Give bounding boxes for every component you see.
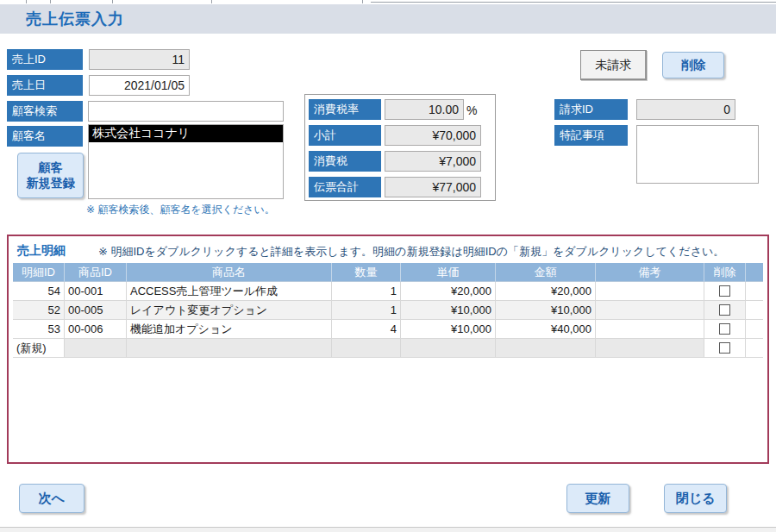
cell-detail-id-new[interactable]: (新規) [13,339,65,358]
sales-detail-note: ※ 明細IDをダブルクリックすると詳細を表示します。明細の新規登録は明細IDの「… [98,244,724,260]
sales-slip-entry-window: 売上伝票入力 売上ID 11 売上日 2021/01/05 顧客検索 顧客名 株… [0,0,776,532]
sales-date-field[interactable]: 2021/01/05 [89,75,190,96]
cell-gutter [746,320,763,339]
cell-unit-price [401,339,496,358]
cell-detail-id[interactable]: 54 [13,282,65,301]
sales-id-label: 売上ID [7,49,83,70]
subtotal-field: ¥70,000 [385,125,481,146]
close-button[interactable]: 閉じる [664,484,727,513]
col-header-product-id: 商品ID [65,263,127,282]
cell-unit-price[interactable]: ¥10,000 [401,320,496,339]
cell-amount[interactable]: ¥40,000 [496,320,596,339]
sales-detail-title: 売上明細 [17,243,66,259]
delete-checkbox[interactable] [719,304,730,316]
cell-product-id[interactable]: 00-001 [65,282,127,301]
special-notes-textarea[interactable] [636,125,759,184]
cell-remarks[interactable] [596,320,704,339]
sales-detail-table: 明細ID 商品ID 商品名 数量 単価 金額 備考 削除 54 00-001 A… [13,263,763,358]
cell-product-id[interactable]: 00-005 [65,301,127,320]
invoice-id-field: 0 [636,99,735,120]
cell-qty [332,339,401,358]
col-header-product-name: 商品名 [127,263,332,282]
cell-gutter [746,301,763,320]
cell-gutter [746,282,763,301]
cell-unit-price[interactable]: ¥10,000 [401,301,496,320]
cell-detail-id[interactable]: 53 [13,320,65,339]
tax-amount-field: ¥7,000 [385,151,481,172]
cell-amount [496,339,596,358]
subtotal-label: 小計 [309,125,381,146]
col-header-gutter [746,263,763,282]
invoice-id-label: 請求ID [554,99,628,120]
delete-button[interactable]: 削除 [662,52,724,78]
cell-product-name[interactable]: 機能追加オプション [127,320,332,339]
customer-search-label: 顧客検索 [7,101,83,122]
col-header-remarks: 備考 [596,263,704,282]
cell-remarks[interactable] [596,282,704,301]
cell-delete [704,339,746,358]
cell-delete [704,301,746,320]
cell-amount[interactable]: ¥10,000 [496,301,596,320]
cell-remarks[interactable] [596,301,704,320]
customer-name-label: 顧客名 [7,126,83,147]
delete-checkbox[interactable] [719,323,730,335]
delete-checkbox[interactable] [719,285,730,297]
customer-name-selected-item[interactable]: 株式会社ココナリ [89,125,283,142]
cell-product-name [127,339,332,358]
update-button[interactable]: 更新 [566,484,629,513]
col-header-detail-id: 明細ID [13,263,65,282]
sales-date-label: 売上日 [7,75,83,96]
cell-qty[interactable]: 4 [332,320,401,339]
tax-rate-unit: % [466,103,477,117]
title-bar: 売上伝票入力 [0,4,776,34]
customer-new-register-button[interactable]: 顧客 新規登録 [17,153,84,198]
col-header-qty: 数量 [332,263,401,282]
cell-product-id[interactable]: 00-006 [65,320,127,339]
delete-checkbox[interactable] [719,342,730,354]
cell-delete [704,320,746,339]
cell-product-name[interactable]: ACCESS売上管理ツール作成 [127,282,332,301]
tax-rate-field: 10.00 [385,99,464,120]
col-header-delete: 削除 [704,263,746,282]
tax-rate-label: 消費税率 [309,99,381,120]
next-button[interactable]: 次へ [19,484,84,513]
sales-id-field: 11 [89,49,190,70]
page-title: 売上伝票入力 [26,9,124,29]
customer-select-note: ※ 顧客検索後、顧客名を選択ください。 [86,203,275,217]
cell-gutter [746,339,763,358]
customer-name-listbox[interactable]: 株式会社ココナリ [88,124,284,199]
special-notes-label: 特記事項 [554,125,628,146]
footer-divider [0,527,776,532]
sales-detail-section: 売上明細 ※ 明細IDをダブルクリックすると詳細を表示します。明細の新規登録は明… [7,235,769,464]
cell-unit-price[interactable]: ¥20,000 [401,282,496,301]
cell-qty[interactable]: 1 [332,282,401,301]
cell-qty[interactable]: 1 [332,301,401,320]
customer-search-input[interactable] [88,101,284,122]
cell-product-id [65,339,127,358]
cell-delete [704,282,746,301]
cell-product-name[interactable]: レイアウト変更オプション [127,301,332,320]
unbilled-button[interactable]: 未請求 [580,50,647,80]
cell-remarks [596,339,704,358]
tax-amount-label: 消費税 [309,151,381,172]
slip-total-label: 伝票合計 [309,177,381,197]
cell-detail-id[interactable]: 52 [13,301,65,320]
slip-total-field: ¥77,000 [385,177,481,197]
cell-amount[interactable]: ¥20,000 [496,282,596,301]
col-header-amount: 金額 [496,263,596,282]
col-header-unit-price: 単価 [401,263,496,282]
